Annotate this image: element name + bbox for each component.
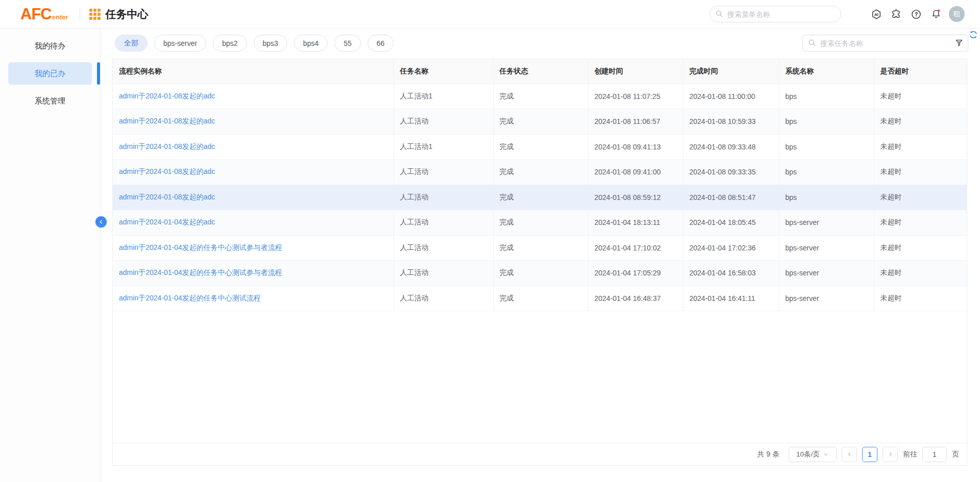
filter-chip-label: bps3: [263, 39, 278, 47]
process-instance-link[interactable]: admin于2024-01-08发起的adc: [113, 185, 394, 210]
system-name-cell: bps-server: [779, 286, 874, 311]
process-instance-link[interactable]: admin于2024-01-08发起的adc: [113, 160, 394, 185]
sidebar-item[interactable]: 我的已办: [8, 62, 92, 85]
task-name-cell: 人工活动: [394, 109, 493, 135]
filter-chip[interactable]: bps-server: [154, 35, 206, 52]
created-time-cell: 2024-01-08 08:59:12: [588, 185, 683, 210]
filter-chip-label: 66: [377, 39, 385, 47]
task-status-cell: 完成: [493, 134, 588, 160]
created-time-cell: 2024-01-04 17:10:02: [588, 235, 683, 261]
filter-chip-label: bps-server: [163, 39, 197, 47]
column-header: 是否超时: [874, 59, 967, 84]
column-header: 创建时间: [588, 59, 683, 84]
finished-time-cell: 2024-01-08 09:33:48: [683, 134, 779, 160]
task-search-input[interactable]: [802, 35, 968, 52]
svg-text:AI: AI: [874, 12, 878, 17]
table-row: admin于2024-01-08发起的adc 人工活动 完成 2024-01-0…: [113, 109, 967, 135]
main-content: 全部 bps-server bps2 bps3 bps4: [101, 29, 980, 482]
filter-chip[interactable]: 55: [334, 35, 361, 52]
process-instance-link[interactable]: admin于2024-01-08发起的adc: [113, 109, 394, 135]
svg-text:?: ?: [915, 11, 918, 17]
sidebar-item[interactable]: 我的待办: [8, 35, 92, 57]
created-time-cell: 2024-01-08 09:41:13: [588, 134, 683, 160]
goto-prefix-label: 前往: [903, 450, 917, 459]
task-status-cell: 完成: [493, 286, 588, 311]
total-count: 共 9 条: [757, 450, 779, 459]
filter-funnel-icon[interactable]: [954, 38, 964, 50]
timeout-cell: 未超时: [874, 261, 967, 286]
app-header: AFC enter 任务中心 AI ? 租: [0, 0, 980, 29]
filter-chip-label: 全部: [124, 39, 138, 48]
sidebar-item-label: 我的待办: [35, 41, 65, 51]
app-logo[interactable]: AFC enter: [20, 5, 68, 23]
process-instance-link[interactable]: admin于2024-01-04发起的任务中心测试流程: [113, 286, 394, 311]
search-icon: [715, 10, 723, 20]
sidebar-nav: 我的待办 我的已办 系统管理: [0, 35, 100, 112]
process-instance-link[interactable]: admin于2024-01-04发起的adc: [113, 210, 394, 236]
process-instance-link[interactable]: admin于2024-01-04发起的任务中心测试参与者流程: [113, 261, 394, 286]
finished-time-cell: 2024-01-04 16:41:11: [683, 286, 779, 311]
process-instance-link[interactable]: admin于2024-01-08发起的adc: [113, 134, 394, 160]
task-status-cell: 完成: [493, 210, 588, 236]
apps-grid-icon[interactable]: [89, 9, 101, 20]
finished-time-cell: 2024-01-08 09:33:35: [683, 160, 779, 185]
task-name-cell: 人工活动: [394, 210, 493, 236]
page-size-select[interactable]: 10条/页: [789, 447, 837, 462]
page-title: 任务中心: [106, 7, 149, 21]
column-header: 任务状态: [493, 59, 588, 84]
filter-chip[interactable]: bps3: [254, 35, 287, 52]
table-row: admin于2024-01-08发起的adc 人工活动1 完成 2024-01-…: [113, 134, 967, 160]
created-time-cell: 2024-01-08 11:07:25: [588, 84, 683, 109]
process-instance-link[interactable]: admin于2024-01-04发起的任务中心测试参与者流程: [113, 235, 394, 261]
chevron-left-icon: [846, 451, 853, 458]
system-name-cell: bps: [779, 185, 874, 210]
filter-chip[interactable]: bps2: [213, 35, 247, 52]
plugin-icon[interactable]: [891, 9, 902, 20]
next-page-button[interactable]: [883, 447, 898, 462]
task-status-cell: 完成: [493, 261, 588, 286]
bell-icon[interactable]: [930, 9, 942, 20]
task-status-cell: 完成: [493, 185, 588, 210]
timeout-cell: 未超时: [874, 134, 967, 160]
refresh-icon[interactable]: [968, 29, 979, 42]
table-header-row: 流程实例名称 任务名称 任务状态 创建时间 完成时间 系统名称 是否超时: [113, 59, 967, 84]
prev-page-button[interactable]: [842, 447, 857, 462]
timeout-cell: 未超时: [874, 84, 967, 109]
task-name-cell: 人工活动: [394, 286, 493, 311]
page-number-button[interactable]: 1: [862, 447, 877, 462]
table-row: admin于2024-01-08发起的adc 人工活动 完成 2024-01-0…: [113, 160, 967, 185]
task-name-cell: 人工活动: [394, 235, 493, 261]
task-status-cell: 完成: [493, 109, 588, 135]
menu-search: [709, 6, 841, 22]
ai-icon[interactable]: AI: [871, 9, 882, 20]
system-filter-chips: 全部 bps-server bps2 bps3 bps4: [115, 35, 394, 52]
table-row: admin于2024-01-08发起的adc 人工活动1 完成 2024-01-…: [113, 84, 967, 109]
system-name-cell: bps-server: [779, 235, 874, 261]
goto-page-input[interactable]: [922, 447, 947, 462]
process-instance-link[interactable]: admin于2024-01-08发起的adc: [113, 84, 394, 109]
logo-subtext: enter: [52, 13, 68, 21]
table-row: admin于2024-01-08发起的adc 人工活动 完成 2024-01-0…: [113, 185, 967, 210]
filter-chip[interactable]: 66: [368, 35, 394, 52]
system-name-cell: bps-server: [779, 261, 874, 286]
timeout-cell: 未超时: [874, 235, 967, 261]
menu-search-input[interactable]: [709, 6, 841, 22]
column-header: 任务名称: [394, 59, 493, 84]
tasks-table: 流程实例名称 任务名称 任务状态 创建时间 完成时间 系统名称 是否超时: [113, 59, 967, 311]
filter-chip-label: 55: [344, 39, 352, 47]
task-status-cell: 完成: [493, 235, 588, 261]
created-time-cell: 2024-01-08 11:06:57: [588, 109, 683, 135]
filter-chip[interactable]: bps4: [294, 35, 328, 52]
user-avatar[interactable]: 租: [949, 6, 965, 22]
sidebar-item[interactable]: 系统管理: [8, 90, 92, 112]
timeout-cell: 未超时: [874, 210, 967, 236]
sidebar-collapse-button[interactable]: [95, 216, 107, 227]
timeout-cell: 未超时: [874, 160, 967, 185]
pagination-bar: 共 9 条 10条/页 1 前往 页: [113, 443, 967, 465]
chevron-down-icon: [823, 451, 829, 458]
help-icon[interactable]: ?: [911, 9, 922, 20]
created-time-cell: 2024-01-08 09:41:00: [588, 160, 683, 185]
task-status-cell: 完成: [493, 84, 588, 109]
filter-chip[interactable]: 全部: [115, 35, 148, 52]
avatar-text: 租: [953, 10, 961, 19]
